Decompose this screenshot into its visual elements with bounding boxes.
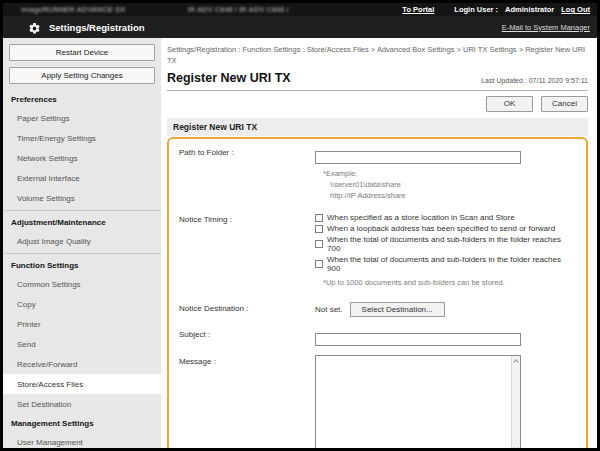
sidebar-item-printer[interactable]: Printer [3,314,161,334]
message-label: Message : [179,355,315,366]
sidebar-header-adjustment-maintenance: Adjustment/Maintenance [3,213,161,231]
subject-label: Subject : [179,328,315,339]
sidebar-item-common-settings[interactable]: Common Settings [3,274,161,294]
path-example-block: *Example: \\server01\data\share http://I… [323,168,576,202]
cancel-button[interactable]: Cancel [541,96,588,112]
action-row: OK Cancel [167,96,588,112]
notice-timing-checkbox-loopback[interactable] [315,225,323,233]
path-example-line-1: \\server01\data\share [330,179,576,190]
page-title: Register New URI TX [167,71,291,85]
notice-timing-option-label: When a loopback address has been specifi… [327,224,555,233]
app-title: Settings/Registration [49,22,145,33]
notice-destination-status: Not set. [315,305,343,314]
register-form-panel: Path to Folder : *Example: \\server01\da… [167,137,588,449]
notice-timing-option-row: When the total of documents and sub-fold… [315,235,576,253]
message-row: Message : [179,355,576,449]
restart-device-button[interactable]: Restart Device [9,44,155,61]
sidebar-item-paper-settings[interactable]: Paper Settings [3,108,161,128]
device-model-redacted: imageRUNNER ADVANCE DX [21,5,126,14]
sidebar-divider [3,253,161,254]
sidebar-item-receive-forward[interactable]: Receive/Forward [3,354,161,374]
path-to-folder-input[interactable] [315,151,521,164]
notice-timing-checkbox-reaches-900[interactable] [315,260,323,268]
to-portal-link[interactable]: To Portal [402,5,434,14]
apply-setting-changes-button[interactable]: Apply Setting Changes [9,67,155,84]
notice-timing-checkbox-reaches-700[interactable] [315,240,323,248]
subject-row: Subject : [179,328,576,346]
top-bar: imageRUNNER ADVANCE DX iR ADV C846 / iR … [3,3,597,16]
path-example-line-2: http://IP Address/share [330,190,576,201]
notice-timing-option-row: When the total of documents and sub-fold… [315,255,576,273]
sidebar-item-store-access-files[interactable]: Store/Access Files [3,374,161,394]
chevron-down-icon[interactable] [513,445,519,448]
sidebar-header-management-settings: Management Settings [3,414,161,432]
sidebar-divider [3,210,161,211]
select-destination-button[interactable]: Select Destination... [350,302,445,317]
main-content: Settings/Registration : Function Setting… [161,38,597,448]
sidebar-header-function-settings: Function Settings [3,256,161,274]
section-header: Register New URI TX [167,118,588,136]
message-textarea[interactable] [316,356,512,449]
notice-timing-row: Notice Timing : When specified as a stor… [179,213,576,288]
notice-destination-label: Notice Destination : [179,302,315,313]
sidebar-item-user-management[interactable]: User Management [3,432,161,448]
notice-timing-option-label: When the total of documents and sub-fold… [327,235,576,253]
message-textarea-wrapper [315,355,521,449]
notice-timing-label: Notice Timing : [179,213,315,224]
notice-destination-row: Notice Destination : Not set. Select Des… [179,302,576,317]
sidebar-item-send[interactable]: Send [3,334,161,354]
device-name-redacted: iR ADV C846 / iR ADV C846 / [188,5,289,14]
notice-timing-option-row: When a loopback address has been specifi… [315,224,576,233]
notice-timing-option-row: When specified as a store location in Sc… [315,213,576,222]
settings-sidebar: Restart Device Apply Setting Changes Pre… [3,38,161,448]
path-to-folder-row: Path to Folder : *Example: \\server01\da… [179,146,576,202]
app-bar: Settings/Registration E-Mail to System M… [3,16,597,38]
chevron-up-icon[interactable] [513,359,519,365]
sidebar-item-adjust-image-quality[interactable]: Adjust Image Quality [3,231,161,251]
sidebar-item-set-destination[interactable]: Set Destination [3,394,161,414]
sidebar-nav: Preferences Paper Settings Timer/Energy … [3,90,161,448]
title-row: Register New URI TX Last Updated : 07/11… [167,71,588,91]
log-out-link[interactable]: Log Out [561,5,590,14]
sidebar-item-network-settings[interactable]: Network Settings [3,148,161,168]
email-to-system-manager-link[interactable]: E-Mail to System Manager [502,23,590,32]
sidebar-item-copy[interactable]: Copy [3,294,161,314]
ok-button[interactable]: OK [486,96,533,112]
browser-page: imageRUNNER ADVANCE DX iR ADV C846 / iR … [0,0,600,451]
gear-icon [28,21,41,34]
last-updated-text: Last Updated : 07/11 2020 9:57:11 [481,77,588,85]
notice-timing-note: *Up to 1000 documents and sub-folders ca… [323,277,576,288]
subject-input[interactable] [315,333,521,346]
sidebar-item-timer-energy-settings[interactable]: Timer/Energy Settings [3,128,161,148]
notice-timing-checkbox-scan-store[interactable] [315,214,323,222]
sidebar-item-volume-settings[interactable]: Volume Settings [3,188,161,208]
breadcrumb[interactable]: Settings/Registration : Function Setting… [167,44,588,67]
notice-timing-option-label: When specified as a store location in Sc… [327,213,515,222]
login-user-value: Administrator [505,5,554,14]
login-user-label: Login User : [454,5,498,14]
path-to-folder-label: Path to Folder : [179,146,315,157]
sidebar-header-preferences: Preferences [3,90,161,108]
path-example-title: *Example: [323,168,576,179]
sidebar-item-external-interface[interactable]: External Interface [3,168,161,188]
notice-timing-option-label: When the total of documents and sub-fold… [327,255,576,273]
message-scrollbar[interactable] [511,356,520,449]
